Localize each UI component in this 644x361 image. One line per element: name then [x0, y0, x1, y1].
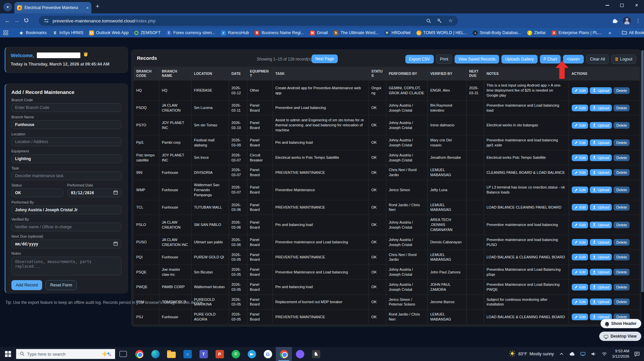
delete-button[interactable]: Delete [614, 204, 630, 211]
spotify-taskbar-button[interactable] [228, 347, 244, 361]
upload-button[interactable]: Upload [590, 269, 612, 275]
upload-button[interactable]: Upload [590, 284, 612, 290]
upload-button[interactable]: Upload [590, 298, 612, 305]
chrome-active-taskbar-button[interactable] [276, 347, 292, 361]
delete-button[interactable]: Delete [614, 105, 630, 111]
upload-button[interactable]: Upload [590, 105, 612, 111]
window-maximize-button[interactable] [615, 0, 629, 11]
bookmark-enterprise-plans-pl[interactable]: AEnterprise Plans | PL... [552, 30, 601, 35]
equipment-input[interactable]: Lighting [11, 154, 122, 163]
bookmark-outlook-web-app[interactable]: OOutlook Web App [89, 30, 129, 35]
bookmark-bookmarks[interactable]: ★Bookmarks [19, 30, 47, 35]
task-input[interactable]: Describe maintenance task [11, 171, 122, 180]
calendar-icon[interactable] [113, 190, 118, 196]
delete-button[interactable]: Delete [614, 122, 630, 129]
upload-button[interactable]: Upload [590, 239, 612, 246]
delete-button[interactable]: Delete [614, 139, 630, 146]
branch-name-input[interactable]: Funhouse [11, 120, 122, 129]
edit-button[interactable]: Edit [572, 284, 588, 290]
show-header-button[interactable]: Show Header [600, 319, 641, 328]
browser-tab[interactable]: Electrical Preventive Maintenance × [14, 2, 91, 13]
delete-button[interactable]: Delete [614, 154, 630, 161]
window-minimize-button[interactable] [600, 0, 615, 11]
branch-code-input[interactable]: Enter Branch Code [11, 103, 122, 112]
edit-button[interactable]: Edit [572, 222, 588, 228]
search-icon[interactable] [425, 17, 432, 24]
viber-taskbar-button[interactable] [292, 347, 308, 361]
next-page-button[interactable]: Next Page [312, 54, 338, 63]
bookmark-the-ultimate-word[interactable]: hThe Ultimate Word... [333, 30, 379, 35]
file-explorer-taskbar-button[interactable] [163, 347, 179, 361]
edit-button[interactable]: Edit [572, 298, 588, 305]
next-due-input[interactable]: mm/dd/yyyy [11, 240, 122, 248]
edit-button[interactable]: Edit [572, 187, 588, 193]
bookmark-insys-hrms[interactable]: SInSys HRMS [53, 30, 84, 35]
upload-button[interactable]: Upload [590, 139, 612, 146]
edit-button[interactable]: Edit [572, 239, 588, 246]
bookmark-ztellar[interactable]: ZZtellar [527, 30, 546, 35]
upload-button[interactable]: Upload [590, 87, 612, 94]
action-center-icon[interactable] [634, 352, 640, 357]
powerpoint-taskbar-button[interactable]: P [212, 347, 228, 361]
bookmark-small-body-databas[interactable]: ◗Small-Body Databas... [473, 30, 521, 35]
forward-icon[interactable]: → [12, 18, 21, 24]
back-icon[interactable]: ← [3, 18, 12, 24]
view-saved-records-button[interactable]: View Saved Records [455, 55, 499, 64]
delete-button[interactable]: Delete [614, 284, 630, 290]
profile-avatar[interactable] [623, 17, 631, 25]
url-bar[interactable]: preventive-maintenance.tomsworld.cloud/i… [39, 16, 458, 26]
performed-date-input[interactable]: 03/12/2026 [67, 189, 122, 197]
upload-button[interactable]: Upload [590, 254, 612, 260]
bookmark-toms-world-hel[interactable]: ☺TOMS WORLD | HEL... [416, 30, 467, 35]
bookmarks-overflow-icon[interactable]: » [609, 30, 611, 35]
onedrive-cloud-icon[interactable] [569, 352, 575, 356]
menu-dots-icon[interactable]: ⋮ [636, 18, 641, 24]
edge-taskbar-button[interactable] [147, 347, 163, 361]
calendar-icon[interactable] [113, 241, 118, 247]
chrome-taskbar-button[interactable] [131, 347, 147, 361]
status-input[interactable]: OK [11, 189, 63, 197]
bookmark-forex-currency-stren[interactable]: fForex currency stren... [166, 30, 215, 35]
edit-button[interactable]: Edit [572, 254, 588, 260]
tab-search-icon[interactable]: ▾ [3, 3, 12, 11]
scrollbar-thumb[interactable] [641, 50, 644, 292]
reload-icon[interactable] [21, 18, 31, 24]
tab-close-icon[interactable]: × [86, 5, 89, 10]
edit-button[interactable]: Edit [572, 122, 588, 129]
bookmark-zemsoft[interactable]: ZEMSOFT [134, 30, 161, 35]
edit-button[interactable]: Edit [572, 105, 588, 111]
upload-button[interactable]: Upload [590, 222, 612, 228]
upload-button[interactable]: Upload [590, 204, 612, 211]
logout-button[interactable]: Logout [611, 54, 636, 64]
edit-button[interactable]: Edit [572, 269, 588, 275]
reset-form-button[interactable]: Reset Form [46, 280, 77, 290]
window-close-button[interactable]: × [629, 0, 644, 11]
delete-button[interactable]: Delete [614, 187, 630, 193]
telegram-taskbar-button[interactable] [244, 347, 260, 361]
google-taskbar-button[interactable]: G [260, 347, 276, 361]
start-button[interactable] [0, 351, 16, 357]
upload-button[interactable]: Upload [590, 187, 612, 193]
taskbar-clock[interactable]: 9:53 AM 3/12/2026 [612, 349, 629, 359]
edit-button[interactable]: Edit [572, 87, 588, 94]
clear-all-button[interactable]: Clear All [586, 54, 609, 64]
uploads-gallery-button[interactable]: Uploads Gallery [501, 55, 537, 64]
desktop-view-button[interactable]: Desktop View [599, 332, 641, 341]
edit-button[interactable]: Edit [572, 314, 588, 320]
volume-icon[interactable] [591, 352, 597, 356]
taskbar-weather[interactable]: 83°F Mostly sunny [509, 350, 554, 358]
apps-grid-icon[interactable] [3, 30, 8, 35]
bookmark-ramcohub[interactable]: rRamcoHub [221, 30, 249, 35]
bookmark-gmail[interactable]: MGmail [310, 30, 328, 35]
welcome-name-input[interactable] [37, 52, 80, 58]
delete-button[interactable]: Delete [614, 169, 630, 176]
site-info-icon[interactable] [43, 17, 50, 24]
print-button[interactable]: Print [436, 54, 453, 64]
taskbar-search-input[interactable]: Type here to search [16, 349, 115, 359]
edit-button[interactable]: Edit [572, 204, 588, 211]
location-input[interactable]: Location / Address [11, 137, 122, 146]
bookmark-business-name-regi[interactable]: BBusiness Name Regi... [254, 30, 304, 35]
chess-taskbar-button[interactable]: ♞ [308, 347, 324, 361]
new-tab-button[interactable]: + [96, 3, 99, 9]
store-taskbar-button[interactable]: ⌂ [179, 347, 195, 361]
